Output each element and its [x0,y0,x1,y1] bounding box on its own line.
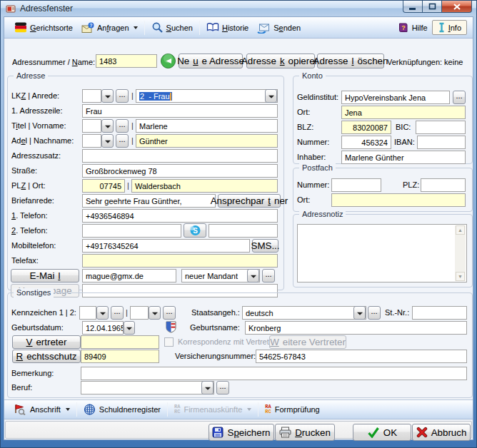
scroll-down-icon[interactable]: ▼ [456,272,465,281]
vertreter-button[interactable]: Vertreter [12,335,81,349]
vorname-input[interactable]: Marlene [136,119,278,133]
uebernehmen-arrow-button[interactable] [160,53,176,69]
toolbar-item-hilfe[interactable]: ? Hilfe [393,21,432,35]
close-button[interactable] [442,1,472,13]
versicherungsnummer-label: Versicherungsnummer: [175,352,256,361]
blz-label: BLZ: [297,123,313,132]
toolbar-item-formpruefung[interactable]: RARC Formprüfung [261,403,323,416]
konto-nummer-input[interactable]: 456324 [341,136,391,149]
toolbar-label: Historie [222,24,248,32]
staatsangeh-dropdown-button[interactable] [353,306,366,320]
adel-dropdown-button[interactable] [101,134,114,148]
geldinstitut-browse-button[interactable]: ... [453,91,466,104]
postfach-nummer-input[interactable] [331,178,381,192]
ort-input[interactable]: Waldersbach [131,179,278,193]
rechtsschutz-input[interactable]: 89409 [81,350,159,363]
skype-button[interactable]: S [184,223,206,238]
iban-input[interactable] [417,136,466,149]
lkz-dropdown-button[interactable] [101,89,114,103]
beruf-dropdown-button[interactable] [201,381,214,394]
sms-button[interactable]: SMS... [252,239,278,253]
abbruch-button[interactable]: Abbruch [412,424,471,441]
titel-dropdown-button[interactable] [101,119,114,133]
briefanrede-input[interactable]: Sehr geehrte Frau Günther, [82,194,216,208]
svg-text:?: ? [89,23,92,28]
adresse-loeschen-button[interactable]: Adresse löschen [317,54,384,68]
cancel-x-icon [416,427,428,438]
toolbar-item-suchen[interactable]: Suchen [147,21,197,35]
minimize-button[interactable] [403,1,423,13]
blz-input[interactable]: 83020087 [341,121,391,134]
toolbar-item-historie[interactable]: Historie [202,21,253,34]
geburtsname-input[interactable]: Kronberg [245,321,467,335]
lkz-browse-button[interactable]: ... [116,89,129,103]
email-input[interactable]: mague@gmx.de [82,269,176,282]
toolbar-item-schuldnerregister[interactable]: Schuldnerregister [79,402,165,417]
mandant-dropdown-button[interactable] [247,269,259,282]
toolbar-label: Senden [273,24,301,32]
mandant-browse-button[interactable]: ... [262,269,275,282]
anrede-combobox[interactable]: 2 - Frau [136,89,278,103]
kennzeichen2-dropdown-button[interactable] [149,306,161,320]
email-button[interactable]: E-Mail [11,269,79,282]
toolbar-item-senden[interactable]: Senden [253,21,305,35]
kennzeichen2-input[interactable] [130,306,149,320]
kennzeichen1-input[interactable] [79,306,96,320]
titel-input[interactable] [82,119,101,133]
postfach-ort-input[interactable] [331,193,466,207]
toolbar-item-firmenauskuenfte: RARC Firmenauskünfte [170,403,256,416]
telefon2b-input[interactable] [209,224,278,238]
bic-input[interactable] [416,121,466,134]
mobiltelefon-input[interactable]: +49176345264 [82,239,250,253]
geburtsdatum-input[interactable]: 12.04.1965 [82,321,124,335]
telefax-label: Telefax: [11,256,39,265]
postfach-plz-input[interactable] [421,178,466,192]
adresszusatz-input[interactable] [82,149,278,163]
telefon2-input[interactable] [82,224,181,238]
adel-browse-button[interactable]: ... [116,134,129,148]
geburtsdatum-dropdown-button[interactable] [124,321,135,335]
rechtsschutz-button[interactable]: Rechtsschutz [12,350,81,363]
adressnotiz-scrollbar[interactable]: ▲ ▼ [455,225,466,281]
maximize-button[interactable] [423,1,442,13]
plz-input[interactable]: 07745 [82,179,125,193]
kennzeichen2-browse-button[interactable]: ... [163,306,176,320]
nachname-input[interactable]: Günther [136,134,278,148]
ansprechpartner-button[interactable]: Ansprechpartner [218,194,281,208]
bemerkung-input[interactable] [81,367,467,380]
toolbar-item-info[interactable]: Info [432,20,467,35]
toolbar-item-anschrift[interactable]: Anschrift [9,402,74,417]
scroll-up-icon[interactable]: ▲ [456,225,465,235]
neue-adresse-button[interactable]: Neue Adresse [179,54,243,68]
anrede-dropdown-button[interactable] [265,89,277,103]
staatsangeh-browse-button[interactable]: ... [368,306,381,320]
ok-button[interactable]: OK [353,424,411,441]
lkz-input[interactable] [82,89,101,103]
kennzeichen1-browse-button[interactable]: ... [111,306,124,320]
kennzeichen1-dropdown-button[interactable] [96,306,109,320]
telefax-input[interactable] [82,254,278,268]
separator-pipe: | [131,121,134,130]
geldinstitut-input[interactable]: HypoVereinsbank Jena [341,91,450,104]
beruf-combobox[interactable] [81,381,214,394]
drucken-button[interactable]: Drucken [275,424,335,441]
adresszeile-input[interactable]: Frau [82,104,278,118]
vertreter-input[interactable] [81,335,159,349]
telefon2-label: 2. Telefon: [11,226,48,235]
telefon1-input[interactable]: +4936546894 [82,209,278,223]
inhaber-input[interactable]: Marlene Günther [341,151,466,164]
versicherungsnummer-input[interactable]: 54625-67843 [256,350,467,363]
strasse-input[interactable]: Großbrockenweg 78 [82,164,278,178]
adressnotiz-textarea[interactable]: ▲ ▼ [297,224,467,282]
toolbar-item-gerichtsorte[interactable]: Gerichtsorte [10,21,77,34]
konto-ort-input[interactable]: Jena [341,106,466,119]
adressnummer-input[interactable]: 1483 [96,54,157,68]
staatsangeh-combobox[interactable]: deutsch [242,306,366,320]
toolbar-item-anfragen[interactable]: ? Anfragen [77,21,142,35]
stnr-input[interactable] [412,306,467,320]
speichern-button[interactable]: Speichern [209,424,274,441]
titel-browse-button[interactable]: ... [116,119,129,133]
beruf-browse-button[interactable]: ... [216,381,229,394]
adel-input[interactable] [82,134,101,148]
adresse-kopieren-button[interactable]: Adresse kopieren [246,54,315,68]
